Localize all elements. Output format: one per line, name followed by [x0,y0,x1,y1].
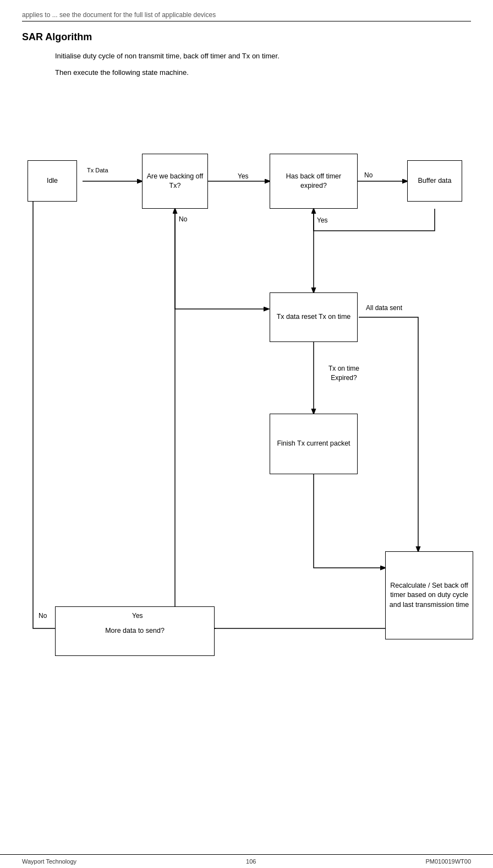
box-decision1: Are we backing off Tx? [142,154,208,209]
footer-right: PM010019WT00 [425,858,471,865]
box-decision2: Has back off timer expired? [270,154,358,209]
label-yes3: Yes [132,612,143,620]
box-buffer: Buffer data [407,160,462,202]
top-bar: applies to ... see the document for the … [22,11,471,21]
label-yes2: Yes [317,216,328,224]
intro-para-2: Then execute the following state machine… [55,67,471,78]
label-tx-on-time: Tx on time Expired? [319,364,369,383]
label-no1: No [364,171,373,179]
label-tx-data: Tx Data [87,167,108,173]
box-recalculate: Recalculate / Set back off timer based o… [385,551,473,639]
footer-left: Wayport Technology [22,858,76,865]
intro-para-1: Initialise duty cycle of non transmit ti… [55,51,471,62]
top-bar-text: applies to ... see the document for the … [22,11,216,19]
box-idle: Idle [28,160,77,202]
section-title: SAR Algorithm [22,31,471,43]
box-finishtx: Finish Tx current packet [270,414,358,474]
label-yes1: Yes [238,172,249,180]
label-no3: No [39,612,47,620]
footer-center: 106 [246,858,256,865]
page: applies to ... see the document for the … [0,0,493,717]
diagram: Idle Are we backing off Tx? Has back off… [22,89,473,695]
box-txdata: Tx data reset Tx on time [270,292,358,342]
label-no-down: No [179,215,187,223]
footer: Wayport Technology 106 PM010019WT00 [0,854,493,868]
label-all-data-sent: All data sent [362,303,406,313]
